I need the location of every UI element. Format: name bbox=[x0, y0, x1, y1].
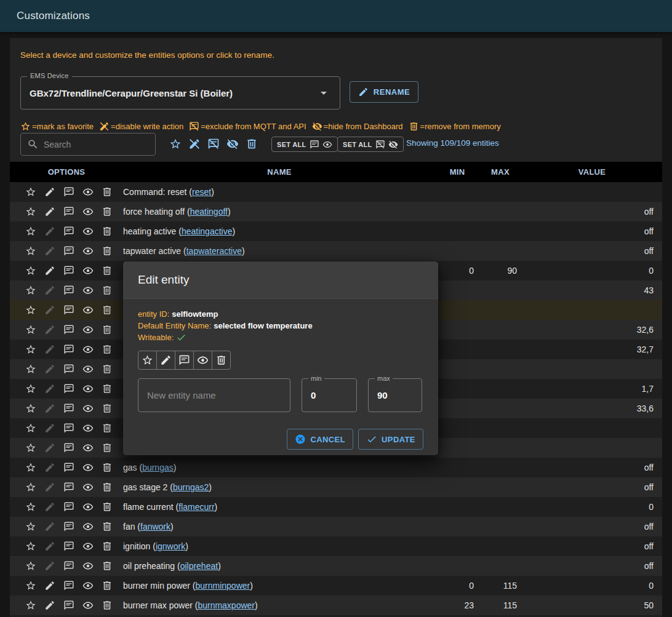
remove-memory-button[interactable] bbox=[100, 362, 114, 376]
edit-button[interactable] bbox=[42, 303, 57, 317]
hide-dashboard-button[interactable] bbox=[81, 578, 95, 593]
remove-memory-button[interactable] bbox=[100, 421, 114, 436]
hide-dashboard-button[interactable] bbox=[81, 539, 95, 554]
edit-button[interactable] bbox=[42, 381, 57, 396]
dialog-toggle-pencil-button[interactable] bbox=[156, 351, 175, 370]
entity-shortname-link[interactable]: burngas bbox=[142, 463, 174, 472]
favorite-button[interactable] bbox=[23, 559, 38, 573]
filter-trash-button[interactable] bbox=[244, 137, 259, 151]
exclude-mqtt-button[interactable] bbox=[62, 401, 76, 416]
exclude-mqtt-button[interactable] bbox=[62, 500, 76, 514]
edit-button[interactable] bbox=[42, 401, 57, 416]
filter-star-button[interactable] bbox=[168, 137, 183, 151]
hide-dashboard-button[interactable] bbox=[81, 322, 95, 337]
filter-pencil-off-button[interactable] bbox=[187, 137, 202, 151]
dialog-toggle-comment-button[interactable] bbox=[175, 351, 194, 370]
hide-dashboard-button[interactable] bbox=[81, 204, 95, 219]
favorite-button[interactable] bbox=[23, 519, 38, 534]
exclude-mqtt-button[interactable] bbox=[62, 263, 76, 278]
hide-dashboard-button[interactable] bbox=[81, 263, 95, 278]
exclude-mqtt-button[interactable] bbox=[62, 578, 76, 593]
hide-dashboard-button[interactable] bbox=[81, 401, 95, 416]
search-input[interactable] bbox=[44, 140, 149, 149]
edit-button[interactable] bbox=[42, 322, 57, 337]
new-entity-name-input[interactable] bbox=[147, 390, 281, 400]
min-input[interactable] bbox=[311, 390, 348, 400]
exclude-mqtt-button[interactable] bbox=[62, 283, 76, 298]
entity-shortname-link[interactable]: burnmaxpower bbox=[198, 600, 255, 610]
hide-dashboard-button[interactable] bbox=[81, 362, 95, 376]
edit-button[interactable] bbox=[42, 263, 57, 278]
update-button[interactable]: UPDATE bbox=[358, 429, 423, 450]
hide-dashboard-button[interactable] bbox=[81, 283, 95, 298]
remove-memory-button[interactable] bbox=[100, 598, 114, 613]
edit-button[interactable] bbox=[42, 362, 57, 376]
remove-memory-button[interactable] bbox=[100, 460, 114, 475]
edit-button[interactable] bbox=[42, 519, 57, 534]
remove-memory-button[interactable] bbox=[100, 185, 114, 199]
device-select[interactable]: EMS Device GBx72/Trendline/Cerapur/Green… bbox=[20, 76, 340, 109]
edit-button[interactable] bbox=[42, 421, 57, 436]
dialog-toggle-trash-button[interactable] bbox=[212, 351, 231, 370]
cancel-button[interactable]: CANCEL bbox=[287, 429, 353, 450]
hide-dashboard-button[interactable] bbox=[81, 224, 95, 239]
edit-button[interactable] bbox=[42, 539, 57, 554]
favorite-button[interactable] bbox=[23, 362, 38, 376]
hide-dashboard-button[interactable] bbox=[81, 598, 95, 613]
edit-button[interactable] bbox=[42, 480, 57, 495]
exclude-mqtt-button[interactable] bbox=[62, 342, 76, 357]
remove-memory-button[interactable] bbox=[100, 381, 114, 396]
edit-button[interactable] bbox=[42, 578, 57, 593]
hide-dashboard-button[interactable] bbox=[81, 519, 95, 534]
exclude-mqtt-button[interactable] bbox=[62, 519, 76, 534]
exclude-mqtt-button[interactable] bbox=[62, 440, 76, 455]
hide-dashboard-button[interactable] bbox=[81, 559, 95, 573]
entity-shortname-link[interactable]: tapwateractive bbox=[186, 246, 242, 256]
hide-dashboard-button[interactable] bbox=[81, 342, 95, 357]
exclude-mqtt-button[interactable] bbox=[62, 480, 76, 495]
exclude-mqtt-button[interactable] bbox=[62, 185, 76, 199]
entity-shortname-link[interactable]: heatingactive bbox=[182, 226, 233, 236]
remove-memory-button[interactable] bbox=[100, 500, 114, 514]
edit-button[interactable] bbox=[42, 244, 57, 258]
remove-memory-button[interactable] bbox=[100, 283, 114, 298]
hide-dashboard-button[interactable] bbox=[81, 185, 95, 199]
favorite-button[interactable] bbox=[23, 224, 38, 239]
remove-memory-button[interactable] bbox=[100, 539, 114, 554]
edit-button[interactable] bbox=[42, 224, 57, 239]
entity-shortname-link[interactable]: reset bbox=[192, 187, 211, 197]
remove-memory-button[interactable] bbox=[100, 440, 114, 455]
set-all-show-button[interactable]: SET ALL bbox=[271, 137, 338, 152]
dialog-toggle-eye-button[interactable] bbox=[193, 351, 212, 370]
edit-button[interactable] bbox=[42, 342, 57, 357]
remove-memory-button[interactable] bbox=[100, 224, 114, 239]
entity-shortname-link[interactable]: oilpreheat bbox=[180, 561, 218, 571]
remove-memory-button[interactable] bbox=[100, 342, 114, 357]
favorite-button[interactable] bbox=[23, 322, 38, 337]
edit-button[interactable] bbox=[42, 204, 57, 219]
max-input[interactable] bbox=[377, 390, 413, 400]
entity-shortname-link[interactable]: burngas2 bbox=[173, 482, 209, 492]
exclude-mqtt-button[interactable] bbox=[62, 322, 76, 337]
remove-memory-button[interactable] bbox=[100, 322, 114, 337]
favorite-button[interactable] bbox=[23, 303, 38, 317]
favorite-button[interactable] bbox=[23, 539, 38, 554]
exclude-mqtt-button[interactable] bbox=[62, 362, 76, 376]
entity-shortname-link[interactable]: burnminpower bbox=[196, 581, 250, 591]
edit-button[interactable] bbox=[42, 559, 57, 573]
favorite-button[interactable] bbox=[23, 440, 38, 455]
hide-dashboard-button[interactable] bbox=[81, 440, 95, 455]
favorite-button[interactable] bbox=[23, 204, 38, 219]
edit-button[interactable] bbox=[42, 440, 57, 455]
edit-button[interactable] bbox=[42, 460, 57, 475]
exclude-mqtt-button[interactable] bbox=[62, 598, 76, 613]
remove-memory-button[interactable] bbox=[100, 559, 114, 573]
exclude-mqtt-button[interactable] bbox=[62, 539, 76, 554]
set-all-hide-button[interactable]: SET ALL bbox=[337, 137, 404, 152]
favorite-button[interactable] bbox=[23, 244, 38, 258]
remove-memory-button[interactable] bbox=[100, 519, 114, 534]
favorite-button[interactable] bbox=[23, 381, 38, 396]
remove-memory-button[interactable] bbox=[100, 263, 114, 278]
remove-memory-button[interactable] bbox=[100, 303, 114, 317]
filter-comment-off-button[interactable] bbox=[206, 137, 221, 151]
